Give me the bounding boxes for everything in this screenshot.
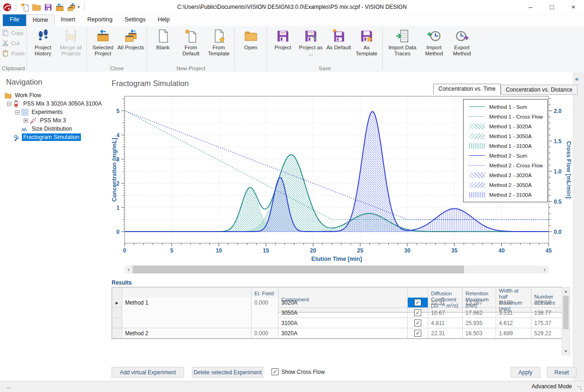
row-selector[interactable]: ▸ xyxy=(112,298,122,308)
ribbon-button-paste[interactable]: Paste xyxy=(2,50,25,57)
file-menu-button[interactable]: File xyxy=(3,14,26,27)
expander-minus-icon[interactable] xyxy=(7,102,11,106)
chart-horizontal-scrollbar[interactable]: ‹ › xyxy=(125,266,549,273)
view-tab-concentration-vs-time[interactable]: Concentration vs. Time xyxy=(433,84,501,95)
close-button[interactable]: × xyxy=(563,0,584,14)
cell-number-of-plates[interactable]: 138.77 xyxy=(531,308,562,318)
tree-item-fractogram-simulation[interactable]: Fractogram Simulation xyxy=(0,133,106,141)
ribbon-button-blank[interactable]: Blank xyxy=(149,27,177,52)
ribbon-button-from-template[interactable]: From Template xyxy=(205,27,232,58)
cell-width-at-half-maximum[interactable]: 4.612 xyxy=(496,318,531,328)
resize-grip[interactable] xyxy=(577,386,582,391)
dropdown-caret-icon[interactable]: ▾ xyxy=(78,5,80,9)
scrollbar-thumb[interactable] xyxy=(133,266,464,273)
ribbon-button-project-as[interactable]: Project as ... xyxy=(297,27,325,58)
ribbon-button-merge-all-projects[interactable]: Merge all Projects xyxy=(57,27,85,58)
tree-item-experiments[interactable]: Experiments xyxy=(0,108,106,116)
row-selector[interactable] xyxy=(112,308,122,318)
scroll-right-icon[interactable]: › xyxy=(541,266,549,273)
show-cross-flow-checkbox[interactable]: ✓ xyxy=(272,368,279,375)
visible-checkbox[interactable]: ✓ xyxy=(414,319,421,326)
cell-component[interactable]: 3100A xyxy=(279,318,408,328)
ribbon-button-export-method[interactable]: Export Method xyxy=(448,27,476,58)
menu-tab-help[interactable]: Help xyxy=(152,14,176,27)
cell-visible[interactable]: ✓ xyxy=(408,308,428,318)
ribbon-button-from-default[interactable]: From Default xyxy=(177,27,205,58)
expander-plus-icon[interactable] xyxy=(24,119,28,123)
table-scrollbar-thumb[interactable] xyxy=(563,296,569,329)
cell-diffusion-coefficient[interactable]: 4.811 xyxy=(428,318,463,328)
cell-visible[interactable]: ✓ xyxy=(408,318,428,328)
tree-item-pss-mix-3[interactable]: PSS Mix 3 xyxy=(0,116,106,125)
scroll-up-icon[interactable]: ▲ xyxy=(562,287,570,295)
row-selector[interactable] xyxy=(112,318,122,328)
ribbon-button-import-method[interactable]: Import Method xyxy=(420,27,448,58)
open-folder-button[interactable] xyxy=(32,3,41,12)
tree-item-size-distribution[interactable]: Size Distribution xyxy=(0,125,106,133)
scrollbar-track[interactable] xyxy=(133,266,541,273)
new-document-button[interactable] xyxy=(20,3,29,12)
cell-number-of-plates[interactable]: 529.22 xyxy=(531,328,562,339)
menu-tab-home[interactable]: Home xyxy=(26,14,54,27)
ribbon-button-copy[interactable]: Copy xyxy=(2,29,25,36)
cell-diffusion-coefficient[interactable]: 10.67 xyxy=(428,308,463,318)
ribbon-button-as-default[interactable]: As Default xyxy=(325,27,352,52)
ribbon-button-all-projects[interactable]: All Projects xyxy=(117,27,145,52)
expander-minus-icon[interactable] xyxy=(15,110,20,114)
cell-retention-maximum[interactable]: 13.287 xyxy=(463,298,496,308)
menu-tab-settings[interactable]: Settings xyxy=(119,14,152,27)
app-logo-button[interactable] xyxy=(3,3,12,12)
cell-retention-maximum[interactable]: 25.935 xyxy=(463,318,496,328)
menu-tab-insert[interactable]: Insert xyxy=(55,14,81,27)
cell-component[interactable]: 3020A xyxy=(279,298,408,308)
cell-number-of-plates[interactable]: 221.57 xyxy=(531,298,562,308)
cell-width-at-half-maximum[interactable]: 2.102 xyxy=(496,298,531,308)
maximize-button[interactable]: □ xyxy=(541,0,563,14)
ribbon-button-open[interactable]: Open xyxy=(237,27,265,52)
cell-el-field-strength[interactable] xyxy=(252,318,279,328)
apply-button[interactable]: Apply xyxy=(511,367,540,378)
scroll-down-icon[interactable]: ▼ xyxy=(562,347,570,355)
close-all-projects-button[interactable] xyxy=(67,3,76,12)
cell-el-field-strength[interactable] xyxy=(252,308,279,318)
visible-checkbox[interactable]: ✓ xyxy=(414,299,421,306)
cell-el-field-strength[interactable]: 0.000 xyxy=(252,328,279,339)
table-vertical-scrollbar[interactable]: ▲ ▼ xyxy=(562,287,570,355)
reset-button[interactable]: Reset xyxy=(547,367,577,378)
cell-component[interactable]: 3050A xyxy=(279,308,408,318)
ribbon-button-project-history[interactable]: Project History xyxy=(29,27,57,58)
cell-component[interactable]: 3020A xyxy=(279,328,408,339)
ribbon-button-as-template[interactable]: As Template xyxy=(352,27,380,58)
cell-virtual-experiment[interactable]: Method 1 xyxy=(122,298,252,308)
ribbon-button-project[interactable]: Project xyxy=(269,27,297,52)
cell-visible[interactable]: ✓ xyxy=(408,298,428,308)
delete-selected-experiment-button[interactable]: Delete selected Experiment xyxy=(192,367,263,378)
tree-item-work-flow[interactable]: Work Flow xyxy=(0,91,106,100)
row-selector[interactable] xyxy=(112,328,122,339)
cell-number-of-plates[interactable]: 175.37 xyxy=(531,318,562,328)
cell-virtual-experiment[interactable]: Method 2 xyxy=(122,328,252,339)
ribbon-button-import-data-traces[interactable]: Import Data Traces xyxy=(385,27,420,58)
cell-visible[interactable]: ✓ xyxy=(408,328,428,339)
ribbon-button-selected-project[interactable]: Selected Project xyxy=(89,27,117,58)
add-virtual-experiment-button[interactable]: Add virtual Experiment xyxy=(112,367,184,378)
visible-checkbox[interactable]: ✓ xyxy=(414,309,421,316)
scroll-left-icon[interactable]: ‹ xyxy=(125,266,133,273)
cell-virtual-experiment[interactable] xyxy=(122,318,252,328)
cell-width-at-half-maximum[interactable]: 1.689 xyxy=(496,328,531,339)
cell-width-at-half-maximum[interactable]: 3.531 xyxy=(496,308,531,318)
menu-tab-reporting[interactable]: Reporting xyxy=(81,14,119,27)
visible-checkbox[interactable]: ✓ xyxy=(414,330,421,337)
save-button[interactable] xyxy=(44,3,53,12)
cell-retention-maximum[interactable]: 16.503 xyxy=(463,328,496,339)
cell-diffusion-coefficient[interactable]: 22.31 xyxy=(428,328,463,339)
ribbon-button-cut[interactable]: Cut xyxy=(2,40,25,47)
collapse-panel-button[interactable]: « xyxy=(575,75,578,82)
cell-diffusion-coefficient[interactable]: 22.31 xyxy=(428,298,463,308)
close-project-button[interactable] xyxy=(55,3,64,12)
tree-item-pss-mix-3-3020a-3050a-3100a[interactable]: PSS Mix 3 3020A 3050A 3100A xyxy=(0,100,106,108)
cell-virtual-experiment[interactable] xyxy=(122,308,252,318)
cell-el-field-strength[interactable]: 0.000 xyxy=(252,298,279,308)
cell-retention-maximum[interactable]: 17.662 xyxy=(463,308,496,318)
minimize-button[interactable]: – xyxy=(520,0,541,14)
